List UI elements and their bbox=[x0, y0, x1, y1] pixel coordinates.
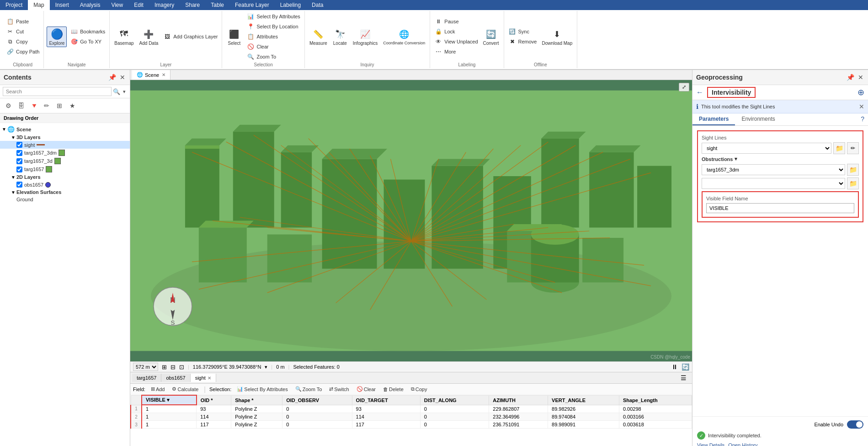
scene-tab-close[interactable]: ✕ bbox=[162, 72, 165, 77]
layer-targ1657-3dm-checkbox[interactable] bbox=[16, 150, 22, 156]
search-dropdown-icon[interactable]: ▾ bbox=[122, 88, 127, 96]
layer-sight-checkbox[interactable] bbox=[16, 142, 22, 148]
zoom-to-table-button[interactable]: 🔍 Zoom To bbox=[293, 385, 324, 393]
measure-button[interactable]: 📏 Measure bbox=[308, 27, 329, 47]
visible-field-input[interactable] bbox=[706, 203, 854, 213]
tab-labeling[interactable]: Labeling bbox=[275, 0, 306, 10]
tab-project[interactable]: Project bbox=[0, 0, 28, 10]
select-button[interactable]: ⬛ Select bbox=[225, 27, 243, 47]
coordinate-conversion-button[interactable]: 🌐 Coordinate Conversion bbox=[381, 27, 427, 46]
full-extent-icon[interactable]: ⊡ bbox=[179, 364, 184, 371]
geopanel-back-button[interactable]: ← bbox=[696, 88, 703, 97]
layer-ground[interactable]: Ground bbox=[0, 196, 130, 203]
select-by-attributes-button[interactable]: 📊 Select By Attributes bbox=[245, 12, 301, 21]
coord-dropdown-icon[interactable]: ▾ bbox=[265, 364, 267, 370]
copy-button[interactable]: ⧉ Copy bbox=[5, 37, 41, 46]
sight-lines-select[interactable]: sight bbox=[702, 143, 831, 154]
environments-tab[interactable]: Environments bbox=[735, 113, 781, 125]
go-to-xy-button[interactable]: 🎯 Go To XY bbox=[69, 37, 107, 46]
th-oid[interactable]: OID * bbox=[197, 395, 231, 405]
th-oid-target[interactable]: OID_TARGET bbox=[352, 395, 420, 405]
copy-table-button[interactable]: ⧉ Copy bbox=[409, 385, 429, 393]
th-azimuth[interactable]: AZIMUTH bbox=[489, 395, 548, 405]
tab-insert[interactable]: Insert bbox=[50, 0, 75, 10]
delete-button[interactable]: 🗑 Delete bbox=[381, 386, 405, 393]
bookmarks-button[interactable]: 📖 Bookmarks bbox=[69, 27, 107, 36]
layer-obs1657[interactable]: obs1657 bbox=[0, 181, 130, 188]
tab-map[interactable]: Map bbox=[28, 0, 49, 10]
copy-path-button[interactable]: 🔗 Copy Path bbox=[5, 47, 41, 56]
map-expand-button[interactable]: ⤢ bbox=[679, 83, 689, 91]
clear-table-button[interactable]: 🚫 Clear bbox=[355, 385, 378, 393]
sync-button[interactable]: 🔃 Sync bbox=[507, 27, 538, 36]
search-input[interactable] bbox=[3, 87, 112, 96]
refresh-map-icon[interactable]: 🔄 bbox=[682, 363, 689, 371]
3d-layers-header[interactable]: ▼ 3D Layers bbox=[0, 134, 130, 141]
sight-lines-browse-button[interactable]: 📁 bbox=[833, 142, 845, 154]
th-shape[interactable]: Shape * bbox=[231, 395, 282, 405]
geopanel-add-button[interactable]: ⊕ bbox=[857, 87, 864, 97]
layer-targ1657[interactable]: targ1657 bbox=[0, 165, 130, 173]
view-details-link[interactable]: View Details bbox=[697, 442, 724, 446]
layer-targ1657-checkbox[interactable] bbox=[16, 167, 22, 172]
table-menu-icon[interactable]: ☰ bbox=[677, 372, 690, 383]
th-shape-length[interactable]: Shape_Length bbox=[619, 395, 692, 405]
layer-obs1657-checkbox[interactable] bbox=[16, 182, 22, 188]
select-by-attrs-button[interactable]: 📊 Select By Attributes bbox=[235, 385, 289, 393]
download-map-button[interactable]: ⬇ Download Map bbox=[540, 27, 575, 47]
select-by-location-button[interactable]: 📍 Select By Location bbox=[245, 22, 301, 31]
tab-imagery[interactable]: Imagery bbox=[149, 0, 180, 10]
explore-button[interactable]: 🔵 Explore bbox=[47, 27, 67, 47]
table-row[interactable]: 3 1 117 Polyline Z 0 117 0 236.751091 89… bbox=[131, 421, 692, 429]
layer-targ1657-3d[interactable]: targ1657_3d bbox=[0, 157, 130, 165]
tab-edit[interactable]: Edit bbox=[128, 0, 149, 10]
obstruction2-browse-button[interactable]: 📁 bbox=[847, 177, 859, 189]
calculate-button[interactable]: ⚙ Calculate bbox=[170, 385, 200, 393]
pause-map-icon[interactable]: ⏸ bbox=[671, 363, 678, 371]
scene-tab[interactable]: 🌐 Scene ✕ bbox=[132, 70, 170, 80]
th-visible[interactable]: VISIBLE ▾ bbox=[142, 395, 197, 405]
obstruction2-select[interactable] bbox=[702, 178, 845, 189]
geopanel-pin-icon[interactable]: 📌 bbox=[846, 73, 855, 82]
tab-data[interactable]: Data bbox=[306, 0, 329, 10]
2d-layers-header[interactable]: ▼ 2D Layers bbox=[0, 173, 130, 181]
open-history-link[interactable]: Open History bbox=[728, 442, 757, 446]
zoom-out-icon[interactable]: ⊟ bbox=[170, 364, 176, 371]
convert-button[interactable]: 🔄 Convert bbox=[481, 27, 501, 47]
scale-selector[interactable]: 572 m bbox=[133, 363, 158, 371]
remove-button[interactable]: ✖ Remove bbox=[507, 37, 538, 46]
tab-feature-layer[interactable]: Feature Layer bbox=[229, 0, 275, 10]
undo-toggle[interactable] bbox=[847, 420, 863, 429]
cut-button[interactable]: ✂ Cut bbox=[5, 27, 41, 36]
th-oid-observ[interactable]: OID_OBSERV bbox=[282, 395, 352, 405]
th-vert-angle[interactable]: VERT_ANGLE bbox=[548, 395, 619, 405]
map-canvas[interactable]: N S ⤢ CSDN @hqly_code bbox=[130, 80, 692, 361]
layer-targ1657-3dm[interactable]: targ1657_3dm bbox=[0, 149, 130, 157]
pause-button[interactable]: ⏸ Pause bbox=[433, 17, 479, 26]
more-button[interactable]: ⋯ More bbox=[433, 47, 479, 56]
table-row[interactable]: 1 1 93 Polyline Z 0 93 0 229.862807 89.9… bbox=[131, 405, 692, 413]
attributes-button[interactable]: 📋 Attributes bbox=[245, 32, 301, 41]
table-row[interactable]: 2 1 114 Polyline Z 0 114 0 232.364996 89… bbox=[131, 413, 692, 421]
add-graphics-layer-button[interactable]: 🖼 Add Graphics Layer bbox=[162, 32, 219, 41]
obstruction1-browse-button[interactable]: 📁 bbox=[847, 164, 859, 176]
close-sidebar-icon[interactable]: ✕ bbox=[119, 73, 126, 82]
infographics-button[interactable]: 📈 Infographics bbox=[351, 27, 379, 47]
tab-table[interactable]: Table bbox=[205, 0, 229, 10]
sight-lines-edit-button[interactable]: ✏ bbox=[847, 142, 859, 154]
table-tab-sight[interactable]: sight ✕ bbox=[191, 374, 216, 382]
table-content[interactable]: VISIBLE ▾ OID * Shape * OID_OBSERV OID_T… bbox=[130, 395, 692, 446]
layer-tool-filter-icon[interactable]: 🔻 bbox=[28, 100, 39, 111]
info-close-icon[interactable]: ✕ bbox=[859, 103, 864, 110]
add-data-button[interactable]: ➕ Add Data bbox=[138, 27, 160, 47]
locate-button[interactable]: 🔭 Locate bbox=[331, 27, 349, 47]
view-unplaced-button[interactable]: 👁 View Unplaced bbox=[433, 37, 479, 46]
layer-targ1657-3d-checkbox[interactable] bbox=[16, 158, 22, 164]
layer-tool-edit-icon[interactable]: ✏ bbox=[41, 100, 52, 111]
tab-view[interactable]: View bbox=[106, 0, 128, 10]
table-tab-sight-close[interactable]: ✕ bbox=[208, 376, 211, 381]
clear-selection-button[interactable]: 🚫 Clear bbox=[245, 42, 301, 51]
zoom-in-icon[interactable]: ⊞ bbox=[162, 364, 167, 371]
th-dist-along[interactable]: DIST_ALONG bbox=[420, 395, 489, 405]
elevation-surfaces-header[interactable]: ▼ Elevation Surfaces bbox=[0, 188, 130, 196]
